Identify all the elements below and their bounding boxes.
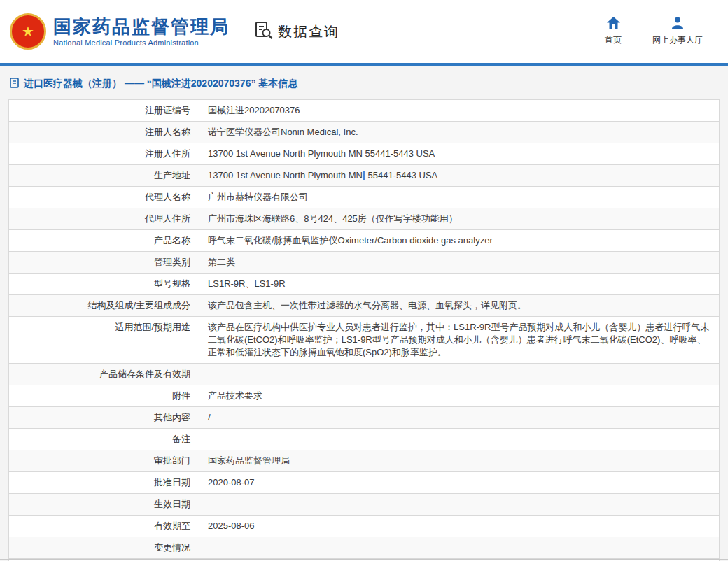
row-value <box>200 494 719 515</box>
org-name-en: National Medical Products Administration <box>53 38 230 47</box>
row-label: 变更情况 <box>9 537 200 558</box>
row-label: 代理人住所 <box>9 208 200 229</box>
document-icon <box>10 78 19 90</box>
row-value: 13700 1st Avenue North Plymouth MN 55441… <box>200 143 719 164</box>
table-row: 结构及组成/主要组成成分该产品包含主机、一次性带过滤器的水气分离器、电源、血氧探… <box>9 295 719 317</box>
nav-home[interactable]: 首页 <box>605 17 622 46</box>
row-label: 审批部门 <box>9 450 200 471</box>
brand: ★ 国家药品监督管理局 National Medical Products Ad… <box>10 13 230 50</box>
row-label: 批准日期 <box>9 472 200 493</box>
row-value: 产品技术要求 <box>200 385 719 406</box>
row-label: 附件 <box>9 385 200 406</box>
table-row: 注册人名称诺宁医学仪器公司Nonin Medical, Inc. <box>9 122 719 143</box>
row-value: 2025-08-06 <box>200 516 719 537</box>
row-value: 呼气末二氧化碳/脉搏血氧监护仪Oximeter/Carbon dioxide g… <box>200 230 719 251</box>
breadcrumb: 进口医疗器械（注册） —— “国械注进20202070376” 基本信息 <box>0 66 728 99</box>
breadcrumb-text: 进口医疗器械（注册） —— “国械注进20202070376” 基本信息 <box>24 78 298 90</box>
row-label: 注册人名称 <box>9 122 200 143</box>
value-text: 55441-5443 USA <box>365 170 438 180</box>
row-value: 该产品包含主机、一次性带过滤器的水气分离器、电源、血氧探头，详见附页。 <box>200 295 719 316</box>
row-label: 产品名称 <box>9 230 200 251</box>
document-search-icon <box>255 21 273 43</box>
table-row: 代理人住所广州市海珠区海联路6、8号424、425房（仅作写字楼功能用） <box>9 208 719 230</box>
row-value: 国械注进20202070376 <box>200 100 719 121</box>
table-row: 生产地址13700 1st Avenue North Plymouth MN 5… <box>9 165 719 187</box>
table-row: 备注 <box>9 429 719 450</box>
row-label: 其他内容 <box>9 407 200 428</box>
row-label: 结构及组成/主要组成成分 <box>9 295 200 316</box>
row-value: 该产品在医疗机构中供医护专业人员对患者进行监护，其中：LS1R-9R型号产品预期… <box>200 317 719 363</box>
table-row: 审批部门国家药品监督管理局 <box>9 450 719 472</box>
row-value <box>200 537 719 558</box>
table-row: 产品储存条件及有效期 <box>9 364 719 385</box>
nav-home-label: 首页 <box>605 34 622 46</box>
row-label: 型号规格 <box>9 274 200 294</box>
row-label: 有效期至 <box>9 516 200 537</box>
org-titles: 国家药品监督管理局 National Medical Products Admi… <box>53 16 230 47</box>
row-label: 注册人住所 <box>9 143 200 164</box>
org-name-cn: 国家药品监督管理局 <box>53 16 230 37</box>
table-row: 注册证编号国械注进20202070376 <box>9 100 719 122</box>
row-label: 注册证编号 <box>9 100 200 121</box>
nav-service-hall-label: 网上办事大厅 <box>652 34 703 46</box>
row-value: 13700 1st Avenue North Plymouth MN 55441… <box>200 165 719 186</box>
row-value: 第二类 <box>200 252 719 273</box>
page-header: ★ 国家药品监督管理局 National Medical Products Ad… <box>0 0 728 63</box>
table-row: 批准日期2020-08-07 <box>9 472 719 494</box>
table-row: 产品名称呼气末二氧化碳/脉搏血氧监护仪Oximeter/Carbon dioxi… <box>9 230 719 252</box>
table-row: 生效日期 <box>9 494 719 516</box>
person-icon <box>671 17 684 31</box>
value-text: 13700 1st Avenue North Plymouth MN <box>208 170 363 180</box>
footer-divider <box>0 559 728 560</box>
national-emblem-logo: ★ <box>10 13 46 50</box>
text-cursor <box>363 171 365 180</box>
row-value: 广州市海珠区海联路6、8号424、425房（仅作写字楼功能用） <box>200 208 719 229</box>
home-icon <box>607 17 620 31</box>
data-query-label: 数据查询 <box>278 22 340 41</box>
table-row: 管理类别第二类 <box>9 252 719 274</box>
table-row: 变更情况 <box>9 537 719 559</box>
row-value: 诺宁医学仪器公司Nonin Medical, Inc. <box>200 122 719 143</box>
table-row: 适用范围/预期用途该产品在医疗机构中供医护专业人员对患者进行监护，其中：LS1R… <box>9 317 719 364</box>
row-value: / <box>200 407 719 428</box>
row-value <box>200 429 719 450</box>
table-row: 有效期至2025-08-06 <box>9 516 719 537</box>
info-table: 注册证编号国械注进20202070376注册人名称诺宁医学仪器公司Nonin M… <box>8 99 720 561</box>
table-row: 附件产品技术要求 <box>9 385 719 407</box>
nav-service-hall[interactable]: 网上办事大厅 <box>652 17 703 46</box>
row-label: 代理人名称 <box>9 187 200 208</box>
data-query-section: 数据查询 <box>255 21 340 43</box>
row-value: LS1R-9R、LS1-9R <box>200 274 719 294</box>
row-value <box>200 364 719 385</box>
row-label: 生产地址 <box>9 165 200 186</box>
row-value: 2020-08-07 <box>200 472 719 493</box>
row-label: 生效日期 <box>9 494 200 515</box>
table-row: 代理人名称广州市赫特仪器有限公司 <box>9 187 719 208</box>
row-label: 备注 <box>9 429 200 450</box>
table-row: 型号规格LS1R-9R、LS1-9R <box>9 274 719 295</box>
row-label: 适用范围/预期用途 <box>9 317 200 363</box>
table-row: 注册人住所13700 1st Avenue North Plymouth MN … <box>9 143 719 165</box>
row-label: 产品储存条件及有效期 <box>9 364 200 385</box>
row-label: 管理类别 <box>9 252 200 273</box>
top-nav: 首页 网上办事大厅 <box>605 17 703 46</box>
row-value: 广州市赫特仪器有限公司 <box>200 187 719 208</box>
row-value: 国家药品监督管理局 <box>200 450 719 471</box>
table-row: 其他内容/ <box>9 407 719 429</box>
